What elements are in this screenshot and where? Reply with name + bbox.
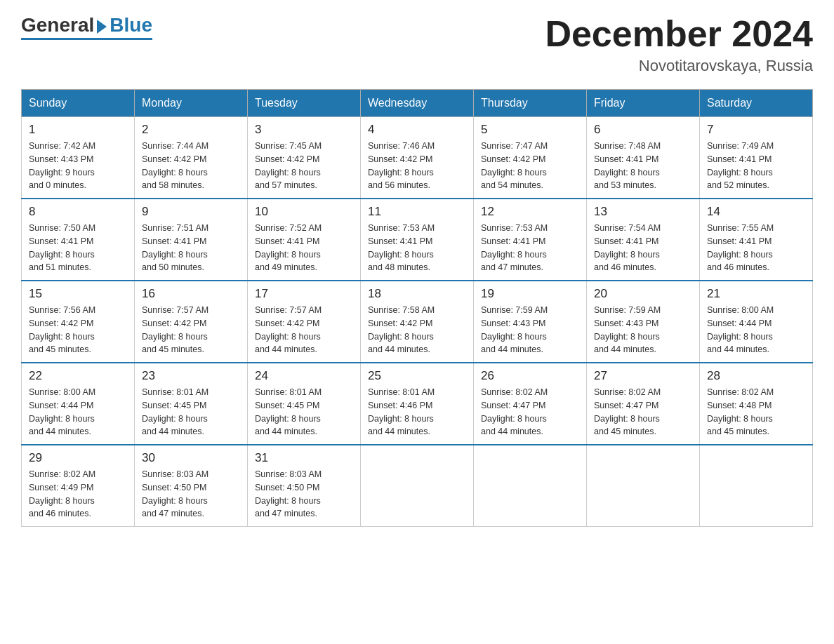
calendar-week-row: 22 Sunrise: 8:00 AMSunset: 4:44 PMDaylig… xyxy=(22,363,813,445)
day-number: 31 xyxy=(255,451,353,465)
calendar-day-header: Tuesday xyxy=(248,90,361,117)
calendar-week-row: 29 Sunrise: 8:02 AMSunset: 4:49 PMDaylig… xyxy=(22,445,813,527)
day-number: 8 xyxy=(29,205,127,219)
table-row xyxy=(587,445,700,527)
logo-general-text: General xyxy=(21,14,94,36)
day-info: Sunrise: 7:52 AMSunset: 4:41 PMDaylight:… xyxy=(255,222,353,274)
table-row: 16 Sunrise: 7:57 AMSunset: 4:42 PMDaylig… xyxy=(135,281,248,363)
day-info: Sunrise: 8:02 AMSunset: 4:47 PMDaylight:… xyxy=(481,386,579,438)
table-row: 27 Sunrise: 8:02 AMSunset: 4:47 PMDaylig… xyxy=(587,363,700,445)
day-info: Sunrise: 8:00 AMSunset: 4:44 PMDaylight:… xyxy=(707,304,805,356)
day-info: Sunrise: 7:47 AMSunset: 4:42 PMDaylight:… xyxy=(481,140,579,192)
calendar-week-row: 8 Sunrise: 7:50 AMSunset: 4:41 PMDayligh… xyxy=(22,199,813,281)
day-number: 28 xyxy=(707,369,805,383)
day-number: 29 xyxy=(29,451,127,465)
day-number: 14 xyxy=(707,205,805,219)
table-row: 30 Sunrise: 8:03 AMSunset: 4:50 PMDaylig… xyxy=(135,445,248,527)
table-row: 1 Sunrise: 7:42 AMSunset: 4:43 PMDayligh… xyxy=(22,117,135,199)
day-info: Sunrise: 8:02 AMSunset: 4:47 PMDaylight:… xyxy=(594,386,692,438)
calendar-day-header: Wednesday xyxy=(361,90,474,117)
day-number: 7 xyxy=(707,123,805,137)
calendar-day-header: Sunday xyxy=(22,90,135,117)
table-row xyxy=(361,445,474,527)
table-row: 2 Sunrise: 7:44 AMSunset: 4:42 PMDayligh… xyxy=(135,117,248,199)
calendar-day-header: Saturday xyxy=(700,90,813,117)
table-row: 18 Sunrise: 7:58 AMSunset: 4:42 PMDaylig… xyxy=(361,281,474,363)
day-info: Sunrise: 7:56 AMSunset: 4:42 PMDaylight:… xyxy=(29,304,127,356)
day-number: 30 xyxy=(142,451,240,465)
page-header: General Blue December 2024 Novotitarovsk… xyxy=(21,14,813,75)
logo: General Blue xyxy=(21,14,152,40)
calendar-day-header: Friday xyxy=(587,90,700,117)
day-info: Sunrise: 7:54 AMSunset: 4:41 PMDaylight:… xyxy=(594,222,692,274)
table-row: 12 Sunrise: 7:53 AMSunset: 4:41 PMDaylig… xyxy=(474,199,587,281)
day-info: Sunrise: 7:44 AMSunset: 4:42 PMDaylight:… xyxy=(142,140,240,192)
day-info: Sunrise: 7:49 AMSunset: 4:41 PMDaylight:… xyxy=(707,140,805,192)
table-row: 7 Sunrise: 7:49 AMSunset: 4:41 PMDayligh… xyxy=(700,117,813,199)
logo-arrow-icon xyxy=(97,20,107,34)
day-info: Sunrise: 7:50 AMSunset: 4:41 PMDaylight:… xyxy=(29,222,127,274)
table-row: 10 Sunrise: 7:52 AMSunset: 4:41 PMDaylig… xyxy=(248,199,361,281)
day-number: 25 xyxy=(368,369,466,383)
table-row: 26 Sunrise: 8:02 AMSunset: 4:47 PMDaylig… xyxy=(474,363,587,445)
day-number: 16 xyxy=(142,287,240,301)
table-row: 14 Sunrise: 7:55 AMSunset: 4:41 PMDaylig… xyxy=(700,199,813,281)
calendar-table: SundayMondayTuesdayWednesdayThursdayFrid… xyxy=(21,89,813,527)
day-number: 21 xyxy=(707,287,805,301)
calendar-week-row: 1 Sunrise: 7:42 AMSunset: 4:43 PMDayligh… xyxy=(22,117,813,199)
day-info: Sunrise: 7:53 AMSunset: 4:41 PMDaylight:… xyxy=(368,222,466,274)
table-row xyxy=(474,445,587,527)
day-number: 22 xyxy=(29,369,127,383)
day-number: 12 xyxy=(481,205,579,219)
table-row: 31 Sunrise: 8:03 AMSunset: 4:50 PMDaylig… xyxy=(248,445,361,527)
table-row xyxy=(700,445,813,527)
day-number: 15 xyxy=(29,287,127,301)
day-number: 24 xyxy=(255,369,353,383)
table-row: 6 Sunrise: 7:48 AMSunset: 4:41 PMDayligh… xyxy=(587,117,700,199)
day-number: 27 xyxy=(594,369,692,383)
day-info: Sunrise: 7:57 AMSunset: 4:42 PMDaylight:… xyxy=(142,304,240,356)
table-row: 4 Sunrise: 7:46 AMSunset: 4:42 PMDayligh… xyxy=(361,117,474,199)
day-number: 20 xyxy=(594,287,692,301)
day-info: Sunrise: 7:46 AMSunset: 4:42 PMDaylight:… xyxy=(368,140,466,192)
day-number: 5 xyxy=(481,123,579,137)
day-info: Sunrise: 7:58 AMSunset: 4:42 PMDaylight:… xyxy=(368,304,466,356)
table-row: 8 Sunrise: 7:50 AMSunset: 4:41 PMDayligh… xyxy=(22,199,135,281)
day-number: 4 xyxy=(368,123,466,137)
location: Novotitarovskaya, Russia xyxy=(545,57,813,75)
day-number: 10 xyxy=(255,205,353,219)
day-info: Sunrise: 8:00 AMSunset: 4:44 PMDaylight:… xyxy=(29,386,127,438)
day-number: 19 xyxy=(481,287,579,301)
table-row: 29 Sunrise: 8:02 AMSunset: 4:49 PMDaylig… xyxy=(22,445,135,527)
table-row: 17 Sunrise: 7:57 AMSunset: 4:42 PMDaylig… xyxy=(248,281,361,363)
day-number: 1 xyxy=(29,123,127,137)
table-row: 3 Sunrise: 7:45 AMSunset: 4:42 PMDayligh… xyxy=(248,117,361,199)
day-number: 11 xyxy=(368,205,466,219)
day-info: Sunrise: 7:53 AMSunset: 4:41 PMDaylight:… xyxy=(481,222,579,274)
table-row: 9 Sunrise: 7:51 AMSunset: 4:41 PMDayligh… xyxy=(135,199,248,281)
day-info: Sunrise: 7:59 AMSunset: 4:43 PMDaylight:… xyxy=(594,304,692,356)
day-number: 18 xyxy=(368,287,466,301)
day-info: Sunrise: 8:01 AMSunset: 4:45 PMDaylight:… xyxy=(142,386,240,438)
day-info: Sunrise: 7:42 AMSunset: 4:43 PMDaylight:… xyxy=(29,140,127,192)
table-row: 13 Sunrise: 7:54 AMSunset: 4:41 PMDaylig… xyxy=(587,199,700,281)
table-row: 25 Sunrise: 8:01 AMSunset: 4:46 PMDaylig… xyxy=(361,363,474,445)
day-info: Sunrise: 7:57 AMSunset: 4:42 PMDaylight:… xyxy=(255,304,353,356)
day-number: 6 xyxy=(594,123,692,137)
table-row: 24 Sunrise: 8:01 AMSunset: 4:45 PMDaylig… xyxy=(248,363,361,445)
day-number: 26 xyxy=(481,369,579,383)
day-number: 17 xyxy=(255,287,353,301)
day-info: Sunrise: 7:51 AMSunset: 4:41 PMDaylight:… xyxy=(142,222,240,274)
day-info: Sunrise: 7:45 AMSunset: 4:42 PMDaylight:… xyxy=(255,140,353,192)
month-title: December 2024 xyxy=(545,14,813,54)
day-info: Sunrise: 7:48 AMSunset: 4:41 PMDaylight:… xyxy=(594,140,692,192)
logo-blue-text: Blue xyxy=(110,14,152,36)
table-row: 5 Sunrise: 7:47 AMSunset: 4:42 PMDayligh… xyxy=(474,117,587,199)
day-info: Sunrise: 8:01 AMSunset: 4:45 PMDaylight:… xyxy=(255,386,353,438)
day-info: Sunrise: 8:02 AMSunset: 4:48 PMDaylight:… xyxy=(707,386,805,438)
table-row: 11 Sunrise: 7:53 AMSunset: 4:41 PMDaylig… xyxy=(361,199,474,281)
table-row: 28 Sunrise: 8:02 AMSunset: 4:48 PMDaylig… xyxy=(700,363,813,445)
table-row: 20 Sunrise: 7:59 AMSunset: 4:43 PMDaylig… xyxy=(587,281,700,363)
table-row: 19 Sunrise: 7:59 AMSunset: 4:43 PMDaylig… xyxy=(474,281,587,363)
day-info: Sunrise: 8:02 AMSunset: 4:49 PMDaylight:… xyxy=(29,468,127,521)
